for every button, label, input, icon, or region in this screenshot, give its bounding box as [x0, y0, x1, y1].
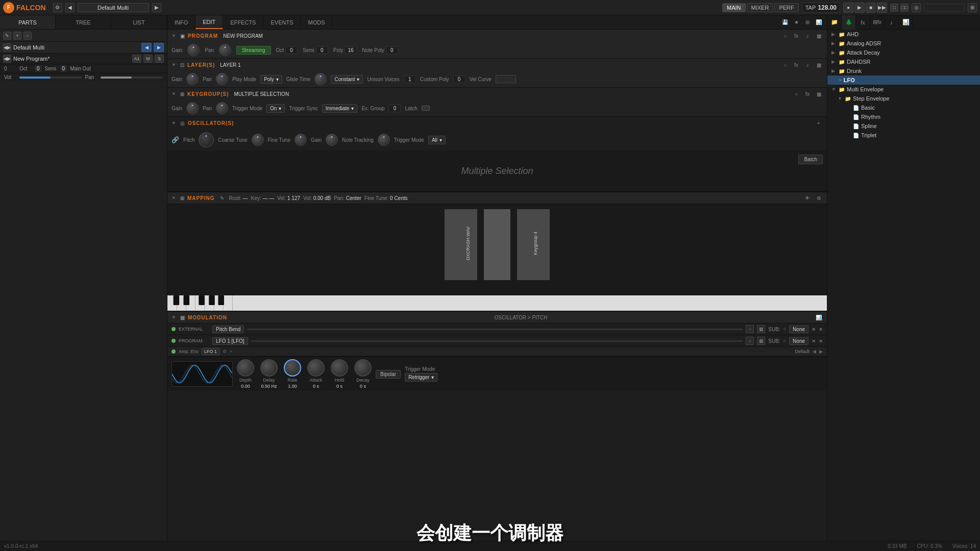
prog-collapse[interactable]: ◀▶ — [3, 43, 11, 52]
grid-icon[interactable]: ⊞ — [803, 18, 812, 27]
mode-mixer[interactable]: MIXER — [747, 3, 774, 12]
glide-knob[interactable] — [314, 73, 327, 85]
rate-knob[interactable] — [284, 359, 301, 377]
layer-fx-icon[interactable]: fx — [792, 61, 800, 69]
layer-pan-knob[interactable] — [216, 73, 228, 85]
add-btn[interactable]: + — [13, 32, 21, 40]
program-fx-icon[interactable]: fx — [792, 32, 800, 40]
mod-row2-close-icon[interactable]: ✕ — [812, 338, 816, 344]
lfo-prev-icon[interactable]: ◀ — [813, 349, 816, 354]
tree-item-drunk[interactable]: ▶ 📁 Drunk — [827, 66, 980, 76]
right-tab-chart[interactable]: 📊 — [899, 15, 913, 30]
program-power-icon[interactable]: ○ — [781, 32, 789, 40]
bipolar-btn[interactable]: Bipolar — [376, 370, 401, 379]
prog-pan-knob[interactable] — [219, 44, 231, 56]
trigger-mode-dropdown[interactable]: Retrigger▾ — [405, 373, 437, 382]
osc-add-icon[interactable]: + — [815, 119, 823, 127]
tab-effects[interactable]: EFFECTS — [223, 15, 263, 29]
piano-keyboard[interactable]: // Piano keys rendered via SVG — [167, 295, 827, 311]
tree-item-analog-adsr[interactable]: ▶ 📁 Analog ADSR — [827, 39, 980, 48]
attack-knob[interactable] — [307, 359, 325, 377]
semi-val[interactable]: 0 — [60, 65, 67, 72]
expand-btn[interactable]: ⊞ — [968, 3, 977, 12]
tap-label[interactable]: TAP — [805, 5, 816, 11]
ex-group-val[interactable]: 0 — [388, 105, 401, 112]
hold-knob[interactable] — [331, 359, 348, 377]
transport-stop[interactable]: ■ — [866, 3, 876, 13]
tree-item-attack-decay[interactable]: ▶ 📁 Attack Decay — [827, 48, 980, 57]
lfo-add-icon[interactable]: + — [230, 349, 232, 354]
decay-knob[interactable] — [354, 359, 372, 377]
program-midi-icon[interactable]: ♪ — [803, 32, 812, 40]
osc-gain-knob[interactable] — [326, 134, 338, 146]
mod-row1-source-dropdown[interactable]: Pitch Bend — [212, 325, 244, 333]
output-icon[interactable]: ◎ — [912, 3, 921, 12]
program-chart-icon[interactable]: ▦ — [815, 32, 823, 40]
mod-row1-icon1[interactable]: ♪ — [746, 325, 754, 333]
kg-collapse[interactable]: ▼ — [172, 91, 176, 96]
tree-item-basic[interactable]: 📄 Basic — [827, 103, 980, 112]
prog-note-poly-val[interactable]: 0 — [386, 46, 398, 54]
mapping-eye-icon[interactable]: 👁 — [803, 194, 812, 202]
prog-prev-btn[interactable]: ◀ — [141, 43, 152, 52]
mod-row1-icon2[interactable]: ▦ — [757, 325, 765, 333]
program-collapse[interactable]: ▼ — [172, 33, 176, 38]
kg-gain-knob[interactable] — [186, 102, 199, 114]
nav-next-btn[interactable]: ▶ — [152, 3, 161, 12]
tree-item-multi-envelope[interactable]: ▼ 📁 Multi Envelope — [827, 85, 980, 94]
preset-name[interactable]: Default Multi — [78, 3, 149, 12]
prog-gain-knob[interactable] — [187, 44, 200, 56]
kg-fx-icon[interactable]: fx — [803, 90, 812, 98]
streaming-btn[interactable]: Streaming — [236, 46, 271, 55]
right-tab-fx[interactable]: fx — [856, 15, 870, 30]
mod-row2-sub-dropdown[interactable]: None — [789, 337, 808, 345]
view-btn-2[interactable]: □□ — [900, 4, 909, 12]
mod-row2-source-dropdown[interactable]: LFO 1 [LFO] — [212, 337, 248, 345]
play-mode-dropdown[interactable]: Poly▾ — [260, 75, 282, 84]
prog-next-btn[interactable]: ▶ — [154, 43, 164, 52]
mapping-edit-icon[interactable]: ✎ — [218, 194, 226, 202]
bpm-value[interactable]: 128.00 — [818, 4, 837, 11]
chart-icon[interactable]: 📊 — [815, 18, 823, 27]
osc-fine-knob[interactable] — [295, 134, 307, 146]
oct-val[interactable]: 0 — [35, 65, 42, 72]
tab-list[interactable]: LIST — [111, 15, 167, 29]
kg-pan-knob[interactable] — [216, 102, 228, 114]
prog-poly-val[interactable]: 16 — [345, 46, 357, 54]
lfo-source-badge[interactable]: LFO 1 — [202, 348, 219, 355]
mode-perf[interactable]: PERF — [774, 3, 798, 12]
prog-oct-val[interactable]: 0 — [285, 46, 298, 54]
osc-coarse-knob[interactable] — [252, 134, 264, 146]
view-btn-1[interactable]: □ — [890, 4, 898, 12]
mapping-collapse[interactable]: ▼ — [172, 195, 176, 201]
delay-knob[interactable] — [260, 359, 278, 377]
right-tab-tree[interactable]: 🌲 — [842, 15, 856, 30]
tree-item-dahdsr[interactable]: ▶ 📁 DAHDSR — [827, 57, 980, 66]
mapping-settings-icon[interactable]: ⚙ — [815, 194, 823, 202]
nav-prev-btn[interactable]: ◀ — [65, 3, 75, 12]
mod-row2-icon2[interactable]: ▦ — [757, 337, 765, 345]
transport-play[interactable]: ▶ — [854, 3, 865, 13]
layer-power-icon[interactable]: ○ — [781, 61, 789, 69]
batch-btn[interactable]: Batch — [798, 155, 823, 164]
tab-info[interactable]: INFO — [167, 15, 195, 29]
osc-pitch-knob[interactable] — [199, 132, 214, 147]
edit-icon[interactable]: ✎ — [3, 32, 11, 40]
toolbar-settings-btn[interactable]: ⚙ — [53, 3, 62, 12]
mode-main[interactable]: MAIN — [722, 3, 746, 12]
tab-tree[interactable]: TREE — [56, 15, 111, 29]
mod-row1-sub-dropdown[interactable]: None — [789, 325, 808, 333]
kg-chart-icon[interactable]: ▦ — [815, 90, 823, 98]
mod-row1-close-icon[interactable]: ✕ — [812, 327, 816, 332]
layer-collapse[interactable]: ▼ — [172, 62, 176, 67]
tree-item-lfo[interactable]: ~ LFO — [827, 76, 980, 85]
transport-fast-forward[interactable]: ▶▶ — [877, 3, 887, 13]
lfo-next-icon[interactable]: ▶ — [819, 349, 823, 354]
trigger-mode-dropdown[interactable]: On▾ — [266, 104, 285, 113]
tree-item-ahd[interactable]: ▶ 📁 AHD — [827, 30, 980, 39]
layer-chart-icon[interactable]: ▦ — [815, 61, 823, 69]
tab-mods[interactable]: MODS — [301, 15, 332, 29]
new-prog-collapse[interactable]: ◀▶ — [3, 55, 11, 63]
tab-parts[interactable]: PARTS — [0, 15, 56, 29]
osc-note-knob[interactable] — [378, 134, 390, 146]
